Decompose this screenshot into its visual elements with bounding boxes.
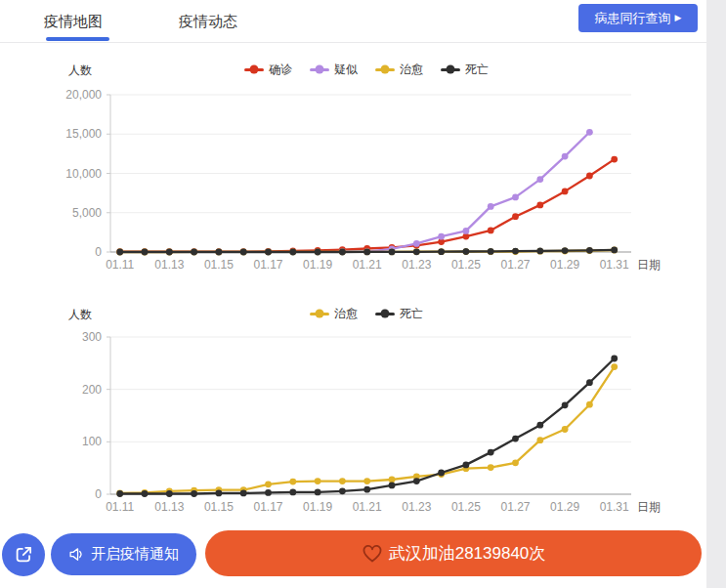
- data-point-cured: [488, 464, 494, 471]
- tab-epidemic-updates-label: 疫情动态: [179, 13, 237, 31]
- wuhan-cheer-button[interactable]: 武汉加油28139840次: [205, 530, 702, 576]
- patient-cotravel-query-button[interactable]: 病患同行查询 ▶: [578, 4, 698, 32]
- data-point-death: [289, 249, 296, 256]
- x-tick-label: 01.31: [600, 258, 629, 272]
- y-tick-label: 10,000: [65, 167, 102, 181]
- x-tick-label: 01.29: [550, 258, 579, 272]
- data-point-suspected: [438, 233, 445, 240]
- data-point-confirmed: [562, 189, 569, 195]
- data-point-death: [191, 490, 197, 497]
- data-point-death: [389, 483, 396, 489]
- data-point-cured: [536, 437, 543, 443]
- x-tick-label: 01.25: [451, 500, 481, 514]
- data-point-cured: [289, 479, 296, 485]
- data-point-death: [562, 401, 569, 408]
- x-tick-label: 01.17: [253, 258, 282, 272]
- enable-epidemic-notification-label: 开启疫情通知: [91, 545, 179, 564]
- legend-item-cured[interactable]: 治愈: [375, 62, 423, 78]
- data-point-death: [413, 478, 420, 484]
- y-tick-label: 0: [95, 487, 102, 501]
- data-point-death: [611, 356, 618, 362]
- legend-marker-death-icon: [375, 313, 395, 315]
- legend-label-cured: 治愈: [400, 62, 423, 78]
- enable-epidemic-notification-button[interactable]: 开启疫情通知: [51, 533, 196, 575]
- y-tick-label: 5,000: [72, 206, 102, 220]
- tab-epidemic-updates[interactable]: 疫情动态: [179, 0, 237, 43]
- data-point-death: [265, 489, 272, 496]
- data-point-death: [463, 248, 470, 255]
- data-point-death: [191, 249, 197, 256]
- data-point-death: [166, 249, 173, 256]
- data-point-cured: [512, 459, 519, 466]
- x-tick-label: 01.11: [106, 500, 134, 514]
- page-gutter: [706, 0, 726, 588]
- data-point-suspected: [512, 194, 519, 201]
- y-tick-label: 0: [95, 245, 102, 259]
- heart-icon: [362, 544, 383, 564]
- top-tab-bar: 疫情地图 疫情动态 病患同行查询 ▶: [0, 0, 726, 43]
- legend-label-suspected: 疑似: [334, 62, 358, 78]
- data-point-death: [339, 487, 346, 494]
- data-point-cured: [562, 426, 569, 433]
- data-point-death: [315, 249, 321, 256]
- data-point-death: [116, 249, 123, 256]
- data-point-death: [512, 248, 519, 255]
- data-point-death: [240, 490, 247, 497]
- y-tick-label: 20,000: [65, 88, 102, 102]
- x-tick-label: 01.27: [500, 500, 530, 514]
- legend-item-suspected[interactable]: 疑似: [310, 62, 358, 78]
- legend-marker-death-icon: [441, 68, 460, 71]
- data-point-death: [536, 248, 543, 255]
- data-point-cured: [265, 481, 272, 487]
- x-tick-label: 01.23: [402, 500, 431, 514]
- data-point-death: [363, 249, 370, 256]
- data-point-death: [216, 249, 223, 256]
- data-point-death: [488, 248, 494, 255]
- data-point-death: [389, 249, 396, 256]
- share-button[interactable]: [2, 533, 45, 576]
- active-tab-underline: [46, 37, 109, 41]
- y-tick-label: 15,000: [65, 127, 102, 141]
- data-point-cured: [611, 363, 618, 370]
- data-point-death: [586, 379, 593, 386]
- y-tick-label: 300: [82, 330, 102, 344]
- legend-item-death[interactable]: 死亡: [375, 306, 423, 322]
- data-point-suspected: [463, 228, 470, 234]
- data-point-death: [413, 248, 420, 255]
- data-point-death: [536, 422, 543, 429]
- legend-item-cured[interactable]: 治愈: [310, 306, 358, 322]
- data-point-death: [142, 490, 149, 497]
- x-axis-title: 日期: [637, 500, 661, 514]
- data-point-cured: [315, 478, 321, 484]
- overall-trend-chart: 05,00010,00015,00020,00001.1101.1301.150…: [0, 83, 726, 283]
- tab-epidemic-map-label: 疫情地图: [44, 13, 103, 31]
- data-point-death: [240, 249, 247, 256]
- legend-label-death: 死亡: [465, 62, 489, 78]
- data-point-death: [265, 249, 272, 256]
- data-point-death: [315, 489, 321, 496]
- legend-item-confirmed[interactable]: 确诊: [244, 62, 292, 78]
- y-tick-label: 200: [82, 383, 102, 397]
- data-point-death: [116, 490, 123, 497]
- data-point-suspected: [562, 153, 569, 160]
- legend-item-death[interactable]: 死亡: [441, 62, 489, 78]
- x-tick-label: 01.27: [500, 258, 530, 272]
- data-point-cured: [389, 477, 396, 483]
- data-point-confirmed: [586, 173, 593, 180]
- data-point-suspected: [586, 129, 593, 136]
- data-point-death: [611, 247, 618, 254]
- x-axis-title: 日期: [637, 258, 661, 272]
- x-tick-label: 01.21: [353, 258, 382, 272]
- legend-label-cured: 治愈: [334, 306, 358, 322]
- data-point-death: [289, 489, 296, 496]
- series-line-cured: [120, 367, 615, 493]
- data-point-confirmed: [536, 202, 543, 209]
- data-point-death: [166, 490, 173, 497]
- x-tick-label: 01.13: [154, 500, 184, 514]
- x-tick-label: 01.11: [106, 258, 134, 272]
- data-point-death: [438, 248, 445, 255]
- data-point-confirmed: [512, 213, 519, 220]
- x-tick-label: 01.19: [303, 500, 332, 514]
- legend-label-death: 死亡: [400, 306, 423, 322]
- data-point-death: [463, 462, 470, 469]
